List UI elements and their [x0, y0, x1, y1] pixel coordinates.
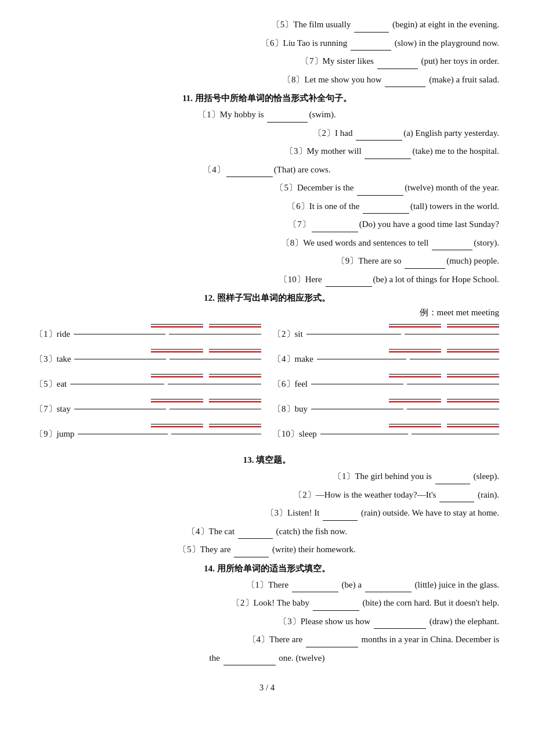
s12-blank-8e[interactable]	[311, 409, 403, 409]
s12-blank-5f[interactable]	[168, 384, 262, 384]
s13-blank-3[interactable]	[323, 520, 358, 521]
s12-blank-6a[interactable]	[389, 374, 441, 375]
s12-blank-2d[interactable]	[447, 326, 499, 327]
s12-blank-6f[interactable]	[407, 384, 499, 384]
s11-item-9: 〔9〕There are so (much) people.	[35, 254, 499, 269]
s14-blank-3[interactable]	[374, 628, 426, 629]
s12-blank-5b[interactable]	[209, 374, 261, 375]
s12-blank-6c[interactable]	[389, 376, 441, 377]
s11-blank-7[interactable]	[312, 232, 358, 232]
s12-blank-9d[interactable]	[209, 426, 261, 427]
s12-item-5: 〔5〕eat	[35, 374, 261, 390]
s12-blank-4c[interactable]	[389, 351, 441, 352]
section11-header: 11. 用括号中所给单词的恰当形式补全句子。	[35, 93, 499, 104]
blank-6[interactable]	[351, 50, 391, 51]
s12-blank-1d[interactable]	[209, 326, 261, 327]
s14-blank-4b[interactable]	[223, 665, 276, 665]
s12-blank-5e[interactable]	[70, 384, 164, 384]
s12-blank-1c[interactable]	[151, 326, 203, 327]
section14-items: 〔1〕There (be) a (little) juice in the gl…	[35, 578, 499, 666]
s12-blank-3b[interactable]	[209, 349, 261, 350]
page-content: 〔5〕The film usually (begin) at eight in …	[35, 17, 499, 693]
s11-item-2: 〔2〕I had (a) English party yesterday.	[35, 126, 499, 141]
s12-blank-4f[interactable]	[410, 359, 499, 359]
s12-blank-8c[interactable]	[389, 401, 441, 402]
blank-8[interactable]	[385, 87, 425, 87]
s12-blank-2e[interactable]	[306, 334, 401, 334]
s12-blank-7d[interactable]	[209, 401, 261, 402]
s11-blank-3[interactable]	[365, 159, 411, 159]
s12-blank-5c[interactable]	[151, 376, 203, 377]
s12-blank-8f[interactable]	[407, 409, 499, 409]
s12-blank-4a[interactable]	[389, 349, 441, 350]
s12-blank-10f[interactable]	[412, 434, 499, 434]
s12-blank-8d[interactable]	[447, 401, 499, 402]
s12-blank-7e[interactable]	[74, 409, 166, 409]
s12-blank-2a[interactable]	[389, 324, 441, 325]
s12-blank-7c[interactable]	[151, 401, 203, 402]
s12-blank-10c[interactable]	[389, 426, 441, 427]
s12-item-4: 〔4〕make	[273, 349, 499, 365]
s11-blank-5[interactable]	[357, 195, 403, 196]
s12-blank-4b[interactable]	[447, 349, 499, 350]
s12-blank-6b[interactable]	[447, 374, 499, 375]
s12-blank-6e[interactable]	[311, 384, 403, 384]
s14-blank-1b[interactable]	[365, 592, 412, 592]
s12-blank-8a[interactable]	[389, 399, 441, 399]
s12-blank-3f[interactable]	[169, 359, 261, 359]
s12-blank-7a[interactable]	[151, 399, 203, 399]
s12-blank-1e[interactable]	[74, 334, 166, 334]
s12-blank-3a[interactable]	[151, 349, 203, 350]
s12-blank-5a[interactable]	[151, 374, 203, 375]
s13-blank-4[interactable]	[238, 538, 273, 539]
s12-blank-2c[interactable]	[389, 326, 441, 327]
blank-5[interactable]	[354, 32, 389, 33]
s12-blank-10b[interactable]	[447, 424, 499, 424]
s12-blank-2b[interactable]	[447, 324, 499, 325]
s12-blank-1b[interactable]	[209, 324, 261, 325]
s12-blank-10d[interactable]	[447, 426, 499, 427]
s12-blank-9f[interactable]	[171, 434, 261, 434]
s12-blank-3d[interactable]	[209, 351, 261, 352]
item-5: 〔5〕The film usually (begin) at eight in …	[35, 17, 499, 33]
s12-blank-9e[interactable]	[78, 434, 168, 434]
s13-blank-1[interactable]	[435, 484, 470, 484]
s12-blank-7f[interactable]	[169, 409, 261, 409]
s11-item-6: 〔6〕It is one of the (tall) towers in the…	[35, 199, 499, 214]
s12-blank-5d[interactable]	[209, 376, 261, 377]
s12-item-7: 〔7〕stay	[35, 399, 261, 415]
s13-blank-2[interactable]	[439, 502, 474, 502]
s11-item-4: 〔4〕(That) are cows.	[35, 163, 499, 178]
s14-blank-1a[interactable]	[292, 592, 338, 592]
s12-blank-9b[interactable]	[209, 424, 261, 424]
s11-blank-1[interactable]	[267, 122, 308, 123]
s11-blank-4[interactable]	[226, 177, 273, 177]
s12-blank-2f[interactable]	[405, 334, 499, 334]
s12-item-2: 〔2〕sit	[273, 324, 499, 340]
s14-blank-2[interactable]	[313, 610, 359, 611]
s13-blank-5[interactable]	[234, 557, 269, 557]
s12-blank-10e[interactable]	[320, 434, 408, 434]
s12-blank-9c[interactable]	[151, 426, 203, 427]
s11-blank-2[interactable]	[356, 140, 402, 141]
blank-7[interactable]	[377, 69, 418, 69]
s11-blank-10[interactable]	[326, 286, 372, 287]
s12-blank-4e[interactable]	[317, 359, 406, 359]
s13-item-1: 〔1〕The girl behind you is (sleep).	[35, 469, 499, 484]
s11-blank-8[interactable]	[432, 250, 472, 250]
s12-item-8: 〔8〕buy	[273, 399, 499, 415]
s12-blank-6d[interactable]	[447, 376, 499, 377]
s14-blank-4a[interactable]	[306, 647, 358, 647]
s12-blank-3e[interactable]	[74, 359, 166, 359]
s11-blank-9[interactable]	[405, 268, 445, 269]
s12-blank-4d[interactable]	[447, 351, 499, 352]
s14-item-4b: the one. (twelve)	[35, 651, 499, 666]
s12-blank-1f[interactable]	[169, 334, 261, 334]
s12-blank-8b[interactable]	[447, 399, 499, 399]
s12-blank-10a[interactable]	[389, 424, 441, 424]
s11-blank-6[interactable]	[363, 213, 409, 214]
s12-blank-9a[interactable]	[151, 424, 203, 424]
s12-blank-1a[interactable]	[151, 324, 203, 325]
s12-blank-7b[interactable]	[209, 399, 261, 399]
s12-blank-3c[interactable]	[151, 351, 203, 352]
